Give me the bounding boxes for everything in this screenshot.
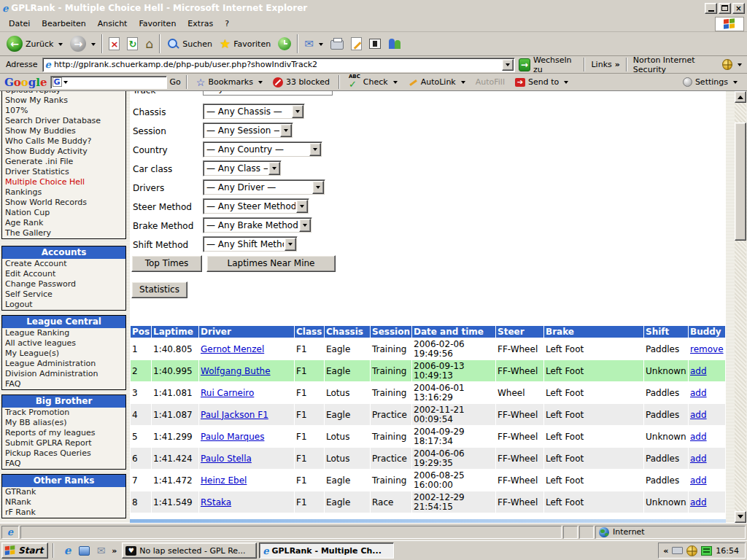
home-button[interactable]: ⌂ <box>142 34 157 54</box>
sendto-button[interactable]: ➔ Send to <box>511 72 572 93</box>
sidebar-item-division-administration[interactable]: Division Administration <box>2 369 125 379</box>
sidebar-item-logout[interactable]: Logout <box>2 300 125 310</box>
search-button[interactable]: Suchen <box>163 34 216 54</box>
forward-button[interactable]: → <box>66 34 99 54</box>
sidebar-item-show-my-buddies[interactable]: Show My Buddies <box>2 126 125 136</box>
spellcheck-button[interactable]: ABC✓ Check <box>345 72 401 93</box>
google-search-input[interactable]: G <box>50 76 167 89</box>
buddy-add-link[interactable]: add <box>690 410 707 420</box>
scroll-up-button[interactable] <box>735 91 746 103</box>
task-button-gpl-replay[interactable]: ♥ No lap selected - GPL Re... <box>122 542 257 559</box>
sidebar-item-track-promotion[interactable]: Track Promotion <box>2 408 125 418</box>
buddy-remove-link[interactable]: remove <box>690 344 724 354</box>
driver-link[interactable]: Heinz Ebel <box>201 475 247 486</box>
popup-blocker-button[interactable]: 33 blocked <box>269 72 333 93</box>
country-select-arrow[interactable] <box>309 143 321 156</box>
google-search-dropdown-icon[interactable] <box>63 81 68 86</box>
buddy-add-link[interactable]: add <box>690 497 707 508</box>
country-select[interactable]: — Any Country — <box>203 141 322 158</box>
google-bookmarks-button[interactable]: ☆ Bookmarks <box>193 72 266 93</box>
scrollbar-thumb[interactable] <box>735 122 746 241</box>
edit-button[interactable] <box>347 34 365 54</box>
track-listbox[interactable]: Daytona 1970 <box>203 91 333 96</box>
tray-norton-icon[interactable] <box>686 545 697 556</box>
google-settings-button[interactable]: Settings <box>679 72 741 93</box>
sidebar-item-driver-statistics[interactable]: Driver Statistics <box>2 167 125 177</box>
menu-bearbeiten[interactable]: Bearbeiten <box>36 17 91 31</box>
print-button[interactable] <box>327 34 347 54</box>
sidebar-item-edit-account[interactable]: Edit Account <box>2 269 125 279</box>
sidebar-item-self-service[interactable]: Self Service <box>2 289 125 300</box>
steer-method-select-arrow[interactable] <box>296 200 308 213</box>
sidebar-item-who-calls-me-buddy[interactable]: Who Calls Me Buddy? <box>2 136 125 147</box>
brake-method-select[interactable]: — Any Brake Method — <box>203 217 312 233</box>
chassis-select[interactable]: — Any Chassis — <box>203 104 305 120</box>
start-button[interactable]: Start <box>1 542 48 559</box>
autolink-button[interactable]: AutoLink <box>404 72 469 93</box>
driver-link[interactable]: Gernot Menzel <box>201 344 264 354</box>
address-input[interactable]: e http://gplrank.schuerkamp.de/php-pub/u… <box>42 58 515 72</box>
mail-dropdown-icon[interactable] <box>319 43 323 48</box>
tray-collapse-chevron[interactable]: « <box>663 546 668 556</box>
sidebar-item-all-active-leagues[interactable]: All active leagues <box>2 338 125 349</box>
sidebar-item-league-ranking[interactable]: League Ranking <box>2 328 125 338</box>
statistics-button[interactable]: Statistics <box>131 281 187 298</box>
menu-datei[interactable]: Datei <box>3 17 36 31</box>
sidebar-item-nrank[interactable]: NRank <box>2 497 125 508</box>
drivers-select[interactable]: — Any Driver — <box>203 179 325 195</box>
driver-link[interactable]: RStaka <box>201 497 231 508</box>
favorites-button[interactable]: ★ Favoriten <box>216 34 274 54</box>
stop-button[interactable]: × <box>105 34 123 54</box>
sidebar-item-league-faq[interactable]: FAQ <box>2 379 125 389</box>
top-times-button[interactable]: Top Times <box>131 255 202 272</box>
sidebar-item-change-password[interactable]: Change Password <box>2 279 125 289</box>
forward-dropdown-icon[interactable] <box>91 43 96 48</box>
steer-method-select[interactable]: — Any Steer Method — <box>203 198 309 214</box>
sidebar-item-create-account[interactable]: Create Account <box>2 259 125 269</box>
drivers-select-arrow[interactable] <box>312 181 324 194</box>
sidebar-item-the-gallery[interactable]: The Gallery <box>2 228 125 238</box>
sidebar-item-generate-ini-file[interactable]: Generate .ini File <box>2 157 125 167</box>
history-button[interactable] <box>274 34 295 54</box>
messenger-button[interactable] <box>384 34 405 54</box>
sidebar-item-nation-cup[interactable]: Nation Cup <box>2 208 125 218</box>
sidebar-item-show-buddy-activity[interactable]: Show Buddy Activity <box>2 147 125 157</box>
sidebar-item-pickup-races-queries[interactable]: Pickup Races Queries <box>2 448 125 459</box>
sidebar-item-show-my-ranks[interactable]: Show My Ranks <box>2 96 125 106</box>
quicklaunch-internet-explorer-icon[interactable]: e <box>61 545 74 557</box>
quicklaunch-overflow-chevron[interactable]: » <box>112 546 117 556</box>
mail-button[interactable]: ✉ <box>301 34 327 54</box>
sidebar-item-my-bb-aliases[interactable]: My BB alias(es) <box>2 418 125 428</box>
buddy-add-link[interactable]: add <box>690 454 707 464</box>
buddy-add-link[interactable]: add <box>690 432 707 442</box>
car-class-select[interactable]: — Any Class — <box>203 160 282 176</box>
driver-link[interactable]: Paul Jackson F1 <box>201 410 268 420</box>
tray-dsl-connection-icon[interactable] <box>701 546 712 556</box>
close-button[interactable]: × <box>732 3 745 14</box>
menu-ansicht[interactable]: Ansicht <box>92 17 133 31</box>
driver-link[interactable]: Paulo Stella <box>201 454 252 464</box>
car-class-select-arrow[interactable] <box>268 162 280 175</box>
norton-dropdown-icon[interactable] <box>738 63 742 69</box>
driver-link[interactable]: Wolfgang Buthe <box>201 366 271 376</box>
vertical-scrollbar[interactable] <box>735 91 746 523</box>
brake-method-select-arrow[interactable] <box>299 219 311 232</box>
task-button-gplrank-active[interactable]: e GPLRank - Multiple Ch... <box>259 542 394 559</box>
sidebar-item-search-driver-database[interactable]: Search Driver Database <box>2 116 125 126</box>
sidebar-item-multiple-choice-hell[interactable]: Multiple Choice Hell <box>2 177 125 187</box>
shift-method-select[interactable]: — Any Shift Method — <box>203 236 298 252</box>
refresh-button[interactable]: ↻ <box>123 34 142 54</box>
sidebar-item-show-world-records[interactable]: Show World Records <box>2 198 125 208</box>
address-dropdown-button[interactable] <box>502 59 514 71</box>
google-go-button[interactable]: Go <box>170 77 181 87</box>
sidebar-item-submit-gplra-report[interactable]: Submit GPLRA Report <box>2 438 125 448</box>
session-select[interactable]: — Any Session — <box>203 122 293 139</box>
scroll-down-button[interactable] <box>735 511 746 523</box>
restore-button[interactable] <box>719 3 731 14</box>
sidebar-item-age-rank[interactable]: Age Rank <box>2 218 125 228</box>
session-select-arrow[interactable] <box>280 124 292 137</box>
quicklaunch-show-desktop-icon[interactable] <box>78 545 90 557</box>
buddy-add-link[interactable]: add <box>690 475 707 486</box>
chassis-select-arrow[interactable] <box>292 105 303 118</box>
sidebar-item-rf-rank[interactable]: rF Rank <box>2 508 125 518</box>
